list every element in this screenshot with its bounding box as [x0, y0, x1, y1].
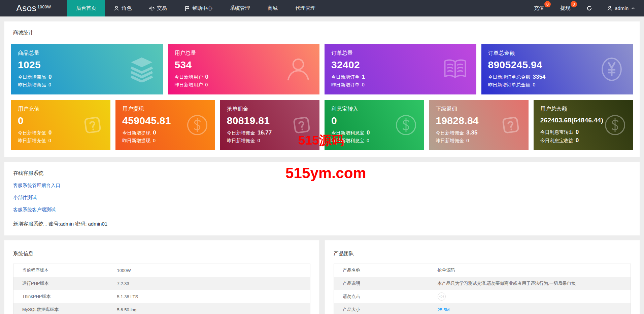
top-navbar: Asos1000W 后台首页 角色 交易 帮助中心 系统管理 商城 代理管理 充…	[0, 0, 644, 16]
withdraw-button[interactable]: 提现 0	[552, 0, 578, 16]
question-square-icon	[499, 113, 522, 137]
nav-item-roles[interactable]: 角色	[105, 0, 140, 16]
recharge-badge: 0	[544, 1, 551, 7]
online-service-panel: 在线客服系统 客服系统管理后台入口 小部件测试 客服系统客户端测试 新增客服系统…	[4, 162, 640, 236]
person-icon	[607, 6, 612, 11]
navbar-right: 充值 0 提现 0 admin	[526, 0, 644, 16]
mall-stats-title: 商城统计	[13, 30, 633, 36]
app-logo-text: Asos	[16, 3, 36, 13]
service-admin-entry-link[interactable]: 客服系统管理后台入口	[13, 183, 60, 189]
system-info-table: 当前程序版本 1000W 运行PHP版本 7.2.33 ThinkPHP版本 5…	[13, 264, 310, 314]
page-content: 商城统计 商品总量 1025 今日新增商品0 昨日新增商品0 用户总量 534 …	[0, 16, 644, 314]
mall-stats-panel: 商城统计 商品总量 1025 今日新增商品0 昨日新增商品0 用户总量 534 …	[4, 21, 640, 157]
bottom-panels: 系统信息 当前程序版本 1000W 运行PHP版本 7.2.33 ThinkPH…	[4, 240, 640, 314]
service-client-test-link[interactable]: 客服系统客户端测试	[13, 207, 56, 213]
layers-icon	[129, 56, 155, 82]
system-info-title: 系统信息	[13, 250, 310, 257]
service-links: 客服系统管理后台入口 小部件测试 客服系统客户端测试	[13, 183, 631, 213]
yen-circle-icon	[599, 56, 625, 82]
nav-item-system-management[interactable]: 系统管理	[221, 0, 259, 16]
product-team-title: 产品团队	[334, 250, 631, 257]
user-icon	[285, 56, 311, 82]
app-logo-version: 1000W	[37, 5, 51, 9]
widget-test-link[interactable]: 小部件测试	[13, 195, 37, 201]
nav-item-trade[interactable]: 交易	[140, 0, 176, 16]
question-square-icon	[81, 113, 104, 137]
stats-row-2: 用户充值 0 今日新增充值0 昨日新增充值0 用户提现 459045.81 今日…	[11, 100, 633, 150]
stat-card-user-recharge: 用户充值 0 今日新增充值0 昨日新增充值0	[11, 100, 110, 150]
table-row: 产品名称 抢单源码	[334, 264, 631, 277]
stat-card-user-withdraw: 用户提现 459045.81 今日新增提现0 昨日新增提现0	[115, 100, 215, 150]
person-icon	[114, 6, 119, 11]
product-team-table: 产品名称 抢单源码 产品说明 本产品只为学习测试交流,请勿要做商业或者用于违法行…	[334, 264, 631, 314]
chevron-up-icon	[631, 6, 635, 10]
table-row: 产品大小 25.5M	[334, 303, 631, 314]
table-row: 产品说明 本产品只为学习测试交流,请勿要做商业或者用于违法行为,一切后果自负	[334, 277, 631, 290]
system-info-panel: 系统信息 当前程序版本 1000W 运行PHP版本 7.2.33 ThinkPH…	[4, 240, 319, 314]
nav-item-help-center[interactable]: 帮助中心	[176, 0, 221, 16]
stat-card-goods-total: 商品总量 1025 今日新增商品0 昨日新增商品0	[11, 44, 163, 94]
main-menu: 后台首页 角色 交易 帮助中心 系统管理 商城 代理管理	[67, 0, 324, 16]
nav-item-mall[interactable]: 商城	[259, 0, 286, 16]
table-row: ThinkPHP版本 5.1.38 LTS	[13, 290, 310, 303]
withdraw-badge: 0	[571, 1, 577, 7]
stat-card-subordinate-rebate: 下级返佣 19828.84 今日新增佣金3.35 昨日新增佣金0	[429, 100, 528, 150]
recharge-button[interactable]: 充值 0	[526, 0, 552, 16]
refresh-icon	[586, 5, 592, 11]
refresh-button[interactable]	[578, 0, 600, 16]
flag-icon	[184, 6, 190, 11]
dollar-circle-icon	[603, 113, 627, 137]
nav-item-dashboard[interactable]: 后台首页	[67, 0, 105, 16]
stat-card-interest-transfer-in: 利息宝转入 0 今日新增利息宝0 昨日新增利息宝0	[325, 100, 424, 150]
book-icon	[442, 56, 468, 82]
nav-item-agent-management[interactable]: 代理管理	[286, 0, 324, 16]
app-logo[interactable]: Asos1000W	[0, 0, 67, 16]
stats-row-1: 商品总量 1025 今日新增商品0 昨日新增商品0 用户总量 534 今日新增用…	[11, 44, 633, 94]
scales-icon	[149, 6, 155, 11]
stat-card-orders-total: 订单总量 32402 今日新增订单1 昨日新增订单0	[325, 44, 476, 94]
stat-card-order-amount-total: 订单总金额 8905245.94 今日新增订单总金额3354 昨日新增订单总金额…	[481, 44, 633, 94]
table-row: MySQL数据库版本 5.6.50-log	[13, 303, 310, 314]
table-row: 请勿点击 404	[334, 290, 631, 303]
product-team-panel: 产品团队 产品名称 抢单源码 产品说明 本产品只为学习测试交流,请勿要做商业或者…	[325, 240, 640, 314]
stat-card-order-commission: 抢单佣金 80819.81 今日新增佣金16.77 昨日新增佣金0	[220, 100, 319, 150]
service-account-note: 新增客服系统，账号:admin 密码: admin01	[13, 221, 631, 227]
dollar-circle-icon	[394, 113, 418, 137]
table-row: 当前程序版本 1000W	[13, 264, 310, 277]
online-service-title: 在线客服系统	[13, 170, 631, 176]
question-square-icon	[290, 113, 313, 137]
stat-card-user-balance-total: 用户总余额 262403.68(64846.44) 今日利息宝转出0 今日利息宝…	[534, 100, 633, 150]
dollar-circle-icon	[185, 113, 209, 137]
username: admin	[615, 5, 629, 11]
product-size-link[interactable]: 25.5M	[438, 307, 450, 312]
user-menu[interactable]: admin	[600, 0, 644, 16]
404-icon[interactable]: 404	[438, 292, 446, 301]
stat-card-users-total: 用户总量 534 今日新增用户0 昨日新增用户0	[168, 44, 320, 94]
table-row: 运行PHP版本 7.2.33	[13, 277, 310, 290]
